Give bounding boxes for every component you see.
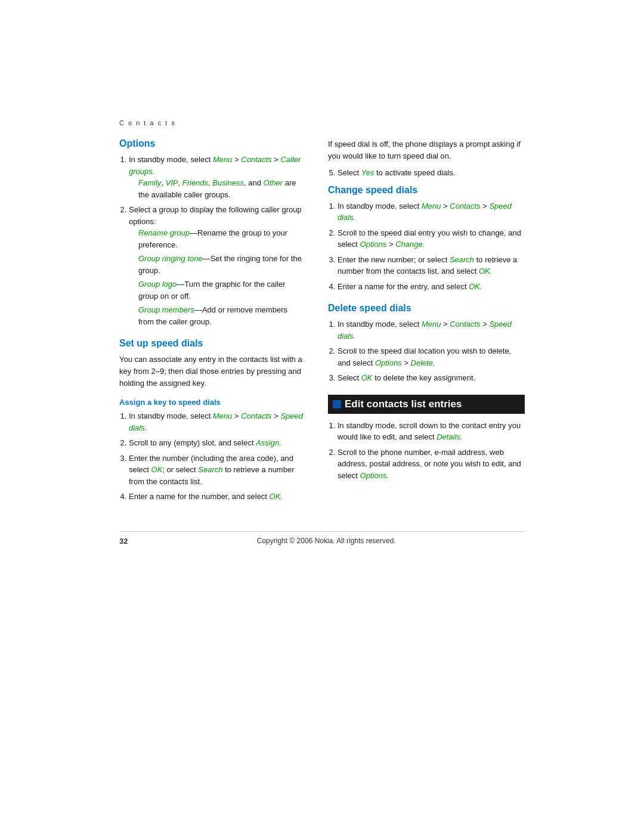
delete-title: Delete speed dials	[328, 303, 525, 314]
change-item-2: Scroll to the speed dial entry you wish …	[338, 227, 525, 250]
assign-ok1: OK	[151, 465, 163, 474]
assign-item-4: Enter a name for the number, and select …	[129, 491, 304, 503]
speed-dials-section: Set up speed dials You can associate any…	[119, 338, 304, 503]
group-logo-label: Group logo	[138, 280, 177, 289]
delete-list: In standby mode, select Menu > Contacts …	[328, 318, 525, 384]
page: C o n t a c t s Options In standby mode,…	[0, 0, 644, 833]
options-item-1: In standby mode, select Menu > Contacts …	[129, 154, 304, 200]
delete-options: Options	[375, 358, 402, 367]
step5-list: Select Yes to activate speed dials.	[328, 167, 525, 179]
delete-item-3: Select OK to delete the key assignment.	[338, 372, 525, 384]
delete-item-2: Scroll to the speed dial location you wi…	[338, 345, 525, 368]
edit-options: Options.	[360, 471, 389, 480]
group-members-label: Group members	[138, 305, 194, 314]
footer-copyright: Copyright © 2006 Nokia. All rights reser…	[128, 537, 525, 545]
edit-item-2: Scroll to the phone number, e-mail addre…	[338, 447, 525, 482]
step5-yes: Yes	[361, 168, 374, 177]
change-speed-dials-section: Change speed dials In standby mode, sele…	[328, 185, 525, 293]
assign-item-2: Scroll to any (empty) slot, and select A…	[129, 437, 304, 449]
assign-item-3: Enter the number (including the area cod…	[129, 453, 304, 488]
group-ringing-tone-block: Group ringing tone—Set the ringing tone …	[138, 253, 304, 276]
rename-group-label: Rename group	[138, 228, 190, 237]
step5-item: Select Yes to activate speed dials.	[338, 167, 525, 179]
rename-group-block: Rename group—Rename the group to your pr…	[138, 227, 304, 250]
change-contacts: Contacts	[450, 202, 480, 210]
right-column: If speed dial is off, the phone displays…	[328, 138, 525, 513]
options-contacts: Contacts	[241, 155, 271, 164]
assign-assign: Assign.	[256, 438, 281, 447]
options-intro-text: In standby mode, select Menu > Contacts …	[129, 155, 301, 176]
change-menu: Menu	[422, 202, 441, 210]
assign-ok2: OK.	[270, 492, 283, 501]
edit-list: In standby mode, scroll down to the cont…	[328, 420, 525, 482]
edit-title: Edit contacts list entries	[345, 398, 462, 410]
page-footer: 32 Copyright © 2006 Nokia. All rights re…	[119, 531, 525, 546]
speed-dials-title: Set up speed dials	[119, 338, 304, 349]
assign-menu: Menu	[213, 411, 233, 420]
change-title: Change speed dials	[328, 185, 525, 196]
delete-speed-dials-section: Delete speed dials In standby mode, sele…	[328, 303, 525, 384]
options-step2-text: Select a group to display the following …	[129, 205, 302, 226]
options-title: Options	[119, 138, 304, 149]
delete-ok: OK	[361, 373, 373, 382]
edit-item-1: In standby mode, scroll down to the cont…	[338, 420, 525, 443]
speed-dials-intro: You can associate any entry in the conta…	[119, 354, 304, 389]
left-column: Options In standby mode, select Menu > C…	[119, 138, 304, 513]
speed-dial-off-text: If speed dial is off, the phone displays…	[328, 138, 525, 162]
options-list: In standby mode, select Menu > Contacts …	[119, 154, 304, 327]
assign-item-1: In standby mode, select Menu > Contacts …	[129, 410, 304, 433]
two-column-layout: Options In standby mode, select Menu > C…	[119, 138, 525, 513]
content-area: C o n t a c t s Options In standby mode,…	[119, 119, 525, 546]
options-item-2: Select a group to display the following …	[129, 204, 304, 327]
assign-contacts: Contacts	[241, 411, 271, 420]
change-item-1: In standby mode, select Menu > Contacts …	[338, 200, 525, 224]
friends-label: Friends	[182, 178, 208, 187]
group-logo-block: Group logo—Turn the graphic for the call…	[138, 278, 304, 302]
edit-contacts-section: Edit contacts list entries In standby mo…	[328, 395, 525, 482]
blue-square-icon	[333, 400, 341, 408]
vip-label: VIP	[166, 178, 178, 187]
change-ok1: OK.	[479, 267, 492, 275]
change-item-3: Enter the new number; or select Search t…	[338, 254, 525, 277]
change-list: In standby mode, select Menu > Contacts …	[328, 200, 525, 293]
delete-menu: Menu	[422, 320, 441, 329]
group-ringing-tone-label: Group ringing tone	[138, 254, 203, 263]
business-label: Business	[212, 178, 244, 187]
change-change: Change.	[395, 240, 425, 249]
delete-contacts: Contacts	[450, 320, 480, 329]
assign-search: Search	[198, 465, 222, 474]
page-label: C o n t a c t s	[119, 119, 525, 126]
options-family-list: Family, VIP, Friends, Business, and Othe…	[138, 177, 304, 200]
edit-section-header: Edit contacts list entries	[328, 395, 525, 414]
change-item-4: Enter a name for the entry, and select O…	[338, 281, 525, 293]
group-members-block: Group members—Add or remove members from…	[138, 304, 304, 327]
footer-page-number: 32	[119, 537, 128, 546]
family-label: Family	[138, 178, 161, 187]
assign-title: Assign a key to speed dials	[119, 398, 304, 407]
edit-details: Details.	[436, 432, 462, 441]
options-section: Options In standby mode, select Menu > C…	[119, 138, 304, 327]
change-search: Search	[450, 255, 474, 264]
change-options: Options	[360, 240, 387, 249]
assign-list: In standby mode, select Menu > Contacts …	[119, 410, 304, 503]
delete-item-1: In standby mode, select Menu > Contacts …	[338, 318, 525, 342]
options-menu: Menu	[213, 155, 233, 164]
delete-delete: Delete.	[411, 358, 435, 367]
other-label: Other	[264, 178, 283, 187]
change-ok2: OK.	[469, 282, 482, 291]
